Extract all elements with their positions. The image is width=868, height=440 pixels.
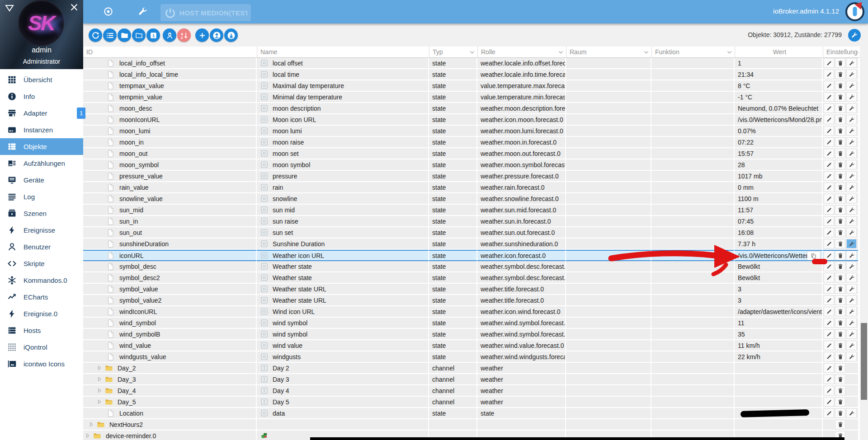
object-settings-button[interactable] xyxy=(846,352,857,361)
object-row[interactable]: pressure_valuepressurestateweather.press… xyxy=(83,171,860,182)
object-row[interactable]: moon_inmoon raisestateweather.moon.in.fo… xyxy=(83,137,860,148)
edit-object-button[interactable] xyxy=(824,115,834,124)
columns-settings-button[interactable] xyxy=(848,29,861,42)
object-settings-button[interactable] xyxy=(846,307,857,316)
object-row[interactable]: local_info_offsetlocal offsetstateweathe… xyxy=(83,58,860,69)
delete-object-button[interactable] xyxy=(835,126,845,136)
vertical-scrollbar-thumb[interactable] xyxy=(861,323,867,400)
object-settings-button[interactable] xyxy=(846,262,857,271)
object-row[interactable]: NextHours2 xyxy=(83,419,860,431)
sidebar-item-hosts[interactable]: Hosts xyxy=(0,322,83,339)
object-settings-button[interactable] xyxy=(846,115,857,124)
object-row[interactable]: sunshineDurationSunshine Durationstatewe… xyxy=(83,239,860,250)
folderopen-button[interactable] xyxy=(132,28,146,42)
object-row[interactable]: symbol_descWeather statestateweather.sym… xyxy=(83,261,860,272)
sidebar-item-aufzaehlungen[interactable]: Aufzählungen xyxy=(0,155,83,172)
edit-object-button[interactable] xyxy=(824,81,834,90)
edit-object-button[interactable] xyxy=(824,318,834,328)
delete-object-button[interactable] xyxy=(835,341,845,350)
object-row[interactable]: local_info_local_timelocal timestateweat… xyxy=(83,69,860,80)
delete-object-button[interactable] xyxy=(835,171,845,181)
sidebar-item-kommandos-0[interactable]: Kommandos.0 xyxy=(0,272,83,289)
column-header-einstellungen[interactable]: Einstellungen xyxy=(823,47,858,57)
object-row[interactable]: snowline_valuesnowlinestateweather.snowl… xyxy=(83,193,860,205)
sidebar-item-echarts[interactable]: ECharts xyxy=(0,289,83,305)
sidebar-item-iqontrol[interactable]: iQontrol xyxy=(0,339,83,356)
object-row[interactable]: moon_symbolmoon symbolstateweather.moon.… xyxy=(83,159,860,171)
delete-object-button[interactable] xyxy=(835,160,845,169)
object-row[interactable]: Day_4Day 4channelweather xyxy=(83,385,860,397)
edit-object-button[interactable] xyxy=(824,194,834,203)
sidebar-item-ereignise-0[interactable]: Ereignise.0 xyxy=(0,305,83,322)
sidebar-item-objekte[interactable]: Objekte xyxy=(0,138,83,155)
edit-object-button[interactable] xyxy=(824,126,834,136)
expert-button[interactable] xyxy=(163,28,176,42)
sidebar-item-ereignisse[interactable]: Ereignisse xyxy=(0,222,83,239)
edit-object-button[interactable] xyxy=(824,137,834,147)
delete-object-button[interactable] xyxy=(835,295,845,305)
sidebar-item-geraete[interactable]: Geräte xyxy=(0,172,83,188)
object-settings-button[interactable] xyxy=(846,273,857,282)
object-settings-button[interactable] xyxy=(846,149,857,158)
object-row[interactable]: windgusts_valuewindgustsstateweather.win… xyxy=(83,351,860,363)
edit-object-button[interactable] xyxy=(824,70,834,79)
edit-object-button[interactable] xyxy=(824,239,834,248)
delete-object-button[interactable] xyxy=(835,386,845,395)
object-settings-button[interactable] xyxy=(846,295,857,305)
object-row[interactable]: moonIconURLMoon icon URLstateweather.ico… xyxy=(83,114,860,126)
edit-object-button[interactable] xyxy=(824,273,834,282)
delete-object-button[interactable] xyxy=(835,137,845,147)
delete-object-button[interactable] xyxy=(835,307,845,316)
edit-object-button[interactable] xyxy=(824,103,834,113)
edit-object-button[interactable] xyxy=(824,408,834,418)
edit-object-button[interactable] xyxy=(824,183,834,192)
live-updates-eye-icon[interactable] xyxy=(103,6,113,17)
delete-object-button[interactable] xyxy=(835,103,845,113)
object-row[interactable]: wind_symbolBwind symbolstateweather.wind… xyxy=(83,329,860,340)
object-row[interactable]: rain_valuerainstateweather.rain.forecast… xyxy=(83,182,860,193)
delete-object-button[interactable] xyxy=(835,70,845,79)
object-row[interactable]: moon_outmoon setstateweather.moon.out.fo… xyxy=(83,148,860,159)
close-icon[interactable] xyxy=(69,2,79,12)
object-settings-button[interactable] xyxy=(846,92,857,102)
edit-object-button[interactable] xyxy=(824,307,834,316)
upload-button[interactable] xyxy=(210,28,223,42)
host-button[interactable]: HOST MEDION(TEST) xyxy=(160,4,251,21)
object-settings-button[interactable] xyxy=(846,228,857,237)
object-row[interactable]: moon_lumimoon lumistateweather.moon.lumi… xyxy=(83,126,860,137)
delete-object-button[interactable] xyxy=(835,216,845,226)
sidebar-item-icontwo-icons[interactable]: icontwo Icons xyxy=(0,356,83,372)
object-row[interactable]: Day_5Day 5channelweather xyxy=(83,397,860,408)
delete-object-button[interactable] xyxy=(835,58,845,68)
delete-object-button[interactable] xyxy=(835,149,845,158)
edit-object-button[interactable] xyxy=(824,341,834,350)
sortaz-button[interactable]: AZ xyxy=(177,28,191,42)
delete-object-button[interactable] xyxy=(835,194,845,203)
delete-object-button[interactable] xyxy=(835,363,845,373)
delete-object-button[interactable] xyxy=(835,115,845,124)
object-row[interactable]: Day_3Day 3channelweather xyxy=(83,374,860,385)
object-row[interactable]: sun_insun raisestateweather.sun.in.forec… xyxy=(83,216,860,227)
edit-object-button[interactable] xyxy=(824,92,834,102)
edit-object-button[interactable] xyxy=(824,171,834,181)
object-row[interactable]: sun_outsun setstateweather.sun.out.forec… xyxy=(83,227,860,239)
object-row[interactable]: wind_symbolwind symbolstateweather.wind.… xyxy=(83,318,860,329)
folderclosed-button[interactable] xyxy=(118,28,131,42)
object-row[interactable]: moon_descmoon descriptionstateweather.mo… xyxy=(83,103,860,114)
edit-object-button[interactable] xyxy=(824,329,834,339)
object-row[interactable]: symbol_desc2Weather statestateweather.sy… xyxy=(83,272,860,284)
download-button[interactable] xyxy=(224,28,238,42)
expand-arrow-icon[interactable] xyxy=(97,399,103,405)
object-settings-button[interactable] xyxy=(846,126,857,136)
delete-object-button[interactable] xyxy=(835,352,845,361)
nav-triangle-icon[interactable] xyxy=(4,3,15,14)
delete-object-button[interactable] xyxy=(835,329,845,339)
object-settings-button[interactable] xyxy=(846,284,857,294)
delete-object-button[interactable] xyxy=(835,374,845,384)
sidebar-item-log[interactable]: Log xyxy=(0,188,83,205)
edit-object-button[interactable] xyxy=(824,205,834,215)
object-settings-button[interactable] xyxy=(846,194,857,203)
object-settings-button[interactable] xyxy=(846,216,857,226)
edit-object-button[interactable] xyxy=(824,58,834,68)
sidebar-item-uebersicht[interactable]: Übersicht xyxy=(0,71,83,88)
